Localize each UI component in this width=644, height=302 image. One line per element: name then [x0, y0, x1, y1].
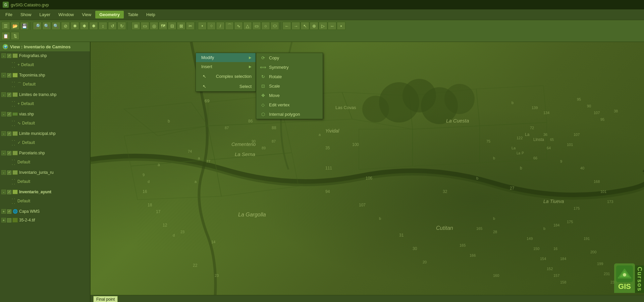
menu-geometry[interactable]: Geometry — [95, 11, 124, 18]
tb-rect[interactable]: ▭ — [141, 22, 149, 30]
layers-panel-header: 🌍 View : Inventario de Caminos — [0, 42, 90, 51]
submenu-scale[interactable]: ⊡ Scale — [256, 81, 323, 91]
expand-toponimia[interactable]: - — [1, 73, 6, 78]
tb-circle[interactable]: ○ — [261, 22, 270, 30]
submenu-edit-vertex[interactable]: ◇ Edit vertex — [256, 100, 323, 109]
modify-submenu: ⟳ Copy ⟺ Symmetry ↻ Rotate ⊡ Scale ✥ Mov… — [256, 53, 323, 119]
tb-multi[interactable]: ⊕ — [310, 22, 318, 30]
tb-select[interactable]: ⊘ — [61, 22, 70, 30]
map-area[interactable]: 69 b 87 86 88 90 89 87 74 a 77 a 9 d a 1… — [91, 42, 644, 302]
tb-curve2[interactable]: ∿ — [234, 22, 243, 30]
expand-wms[interactable]: + — [1, 209, 6, 214]
menu-layer[interactable]: Layer — [35, 11, 54, 18]
expand-junta[interactable]: - — [1, 170, 6, 175]
submenu-symmetry[interactable]: ⟺ Symmetry — [256, 62, 323, 72]
tb-square[interactable]: ▭ — [252, 22, 261, 30]
tb-arrow-right[interactable]: → — [291, 22, 300, 30]
submenu-rotate[interactable]: ↻ Rotate — [256, 72, 323, 81]
expand-ayunt[interactable]: - — [1, 190, 6, 194]
tb-arrow-left[interactable]: ← — [282, 22, 291, 30]
layer-row-fotografias[interactable]: - Fotografias.shp — [0, 52, 90, 59]
menu-select[interactable]: ↖ Select — [196, 81, 256, 91]
tb-map[interactable]: 🗺 — [159, 22, 167, 30]
tb-tool3[interactable]: ✱ — [89, 22, 98, 30]
checkbox-parcelario[interactable] — [7, 151, 11, 155]
tb-curve1[interactable]: ⌒ — [225, 22, 234, 30]
tb-layers2[interactable]: ⇅ — [11, 32, 19, 40]
menu-complex-selection[interactable]: ↖ Complex selection — [196, 71, 256, 81]
tb-zoom-in[interactable]: 🔎 — [33, 22, 42, 30]
tb-move[interactable]: ▷ — [319, 22, 327, 30]
svg-text:b: b — [379, 216, 381, 220]
layer-row-parcelario[interactable]: - Parcelario.shp — [0, 149, 90, 157]
submenu-move[interactable]: ✥ Move — [256, 91, 323, 100]
expand-tif[interactable]: + — [1, 218, 6, 222]
checkbox-junta[interactable] — [7, 170, 11, 175]
layer-row-junta[interactable]: - Inventario_junta_ru — [0, 169, 90, 176]
tb-small-rect[interactable]: ▪ — [337, 22, 345, 30]
expand-municipal[interactable]: - — [1, 131, 6, 136]
tb-flip[interactable]: ↔ — [328, 22, 336, 30]
layer-row-toponimia[interactable]: - Toponimia.shp — [0, 71, 90, 79]
layer-row-ayunt[interactable]: - Inventario_ayunt — [0, 188, 90, 196]
checkbox-limites[interactable] — [7, 93, 11, 97]
menu-file[interactable]: File — [1, 11, 16, 18]
layer-row-wms[interactable]: + 🌐 Capa WMS — [0, 208, 90, 215]
svg-text:149: 149 — [527, 237, 533, 241]
tb-ellipse[interactable]: ⬭ — [270, 22, 279, 30]
svg-text:90: 90 — [587, 104, 591, 108]
layer-row-vias[interactable]: - vias.shp — [0, 110, 90, 118]
expand-vias[interactable]: - — [1, 112, 6, 116]
menu-show[interactable]: Show — [16, 11, 36, 18]
tb-dots[interactable]: ⁘ — [207, 22, 216, 30]
checkbox-tif[interactable] — [7, 218, 11, 222]
tb-layers[interactable]: ⊟ — [168, 22, 176, 30]
checkbox-fotografias[interactable] — [7, 54, 11, 58]
tb-clipboard[interactable]: 📋 — [1, 32, 10, 40]
menu-window[interactable]: Window — [54, 11, 78, 18]
layer-row-tif[interactable]: + 35-2-4.tif — [0, 216, 90, 224]
tb-tool1[interactable]: ✱ — [70, 22, 79, 30]
menu-view[interactable]: View — [78, 11, 95, 18]
tb-dot[interactable]: • — [198, 22, 207, 30]
tb-refresh[interactable]: ↕ — [99, 22, 107, 30]
menu-table[interactable]: Table — [124, 11, 142, 18]
tb-line[interactable]: / — [216, 22, 225, 30]
layer-icon-tif — [12, 218, 18, 222]
checkbox-wms[interactable] — [7, 209, 11, 214]
sublayer-fotografias-default: · · · · + Default — [0, 59, 90, 70]
submenu-internal-polygon[interactable]: ⬡ Internal polygon — [256, 109, 323, 119]
menu-modify[interactable]: Modify ▶ — [196, 53, 256, 62]
tb-texture[interactable]: ⊠ — [177, 22, 185, 30]
checkbox-ayunt[interactable] — [7, 190, 11, 194]
expand-fotografias[interactable]: - — [1, 53, 6, 58]
menu-insert[interactable]: Insert ▶ — [196, 62, 256, 71]
tb-open[interactable]: 📂 — [11, 22, 19, 30]
layer-row-limites[interactable]: - Limites de tramo.shp — [0, 91, 90, 98]
tb-polygon[interactable]: △ — [243, 22, 252, 30]
checkbox-vias[interactable] — [7, 112, 11, 116]
tb-save[interactable]: 💾 — [20, 22, 29, 30]
layer-row-municipal[interactable]: - Limite municipal.shp — [0, 130, 90, 137]
tb-new[interactable]: ☰ — [1, 22, 10, 30]
checkbox-toponimia[interactable] — [7, 73, 11, 78]
svg-text:38: 38 — [614, 109, 618, 113]
tb-grid[interactable]: ⊞ — [131, 22, 140, 30]
tb-zoom-full[interactable]: 🔍 — [52, 22, 60, 30]
svg-text:La: La — [512, 146, 516, 150]
checkbox-municipal[interactable] — [7, 132, 11, 136]
tb-target[interactable]: ◎ — [150, 22, 158, 30]
menu-help[interactable]: Help — [142, 11, 159, 18]
tb-tool2[interactable]: ✱ — [80, 22, 89, 30]
tb-wrench[interactable]: ✂ — [186, 22, 195, 30]
svg-text:72: 72 — [530, 126, 534, 130]
svg-text:107: 107 — [594, 111, 600, 115]
expand-parcelario[interactable]: - — [1, 151, 6, 155]
tb-undo[interactable]: ↺ — [108, 22, 117, 30]
layer-group-junta: - Inventario_junta_ru · · · · Default — [0, 168, 90, 188]
submenu-copy[interactable]: ⟳ Copy — [256, 53, 323, 62]
tb-zoom-out[interactable]: 🔍 — [42, 22, 51, 30]
tb-redo[interactable]: ↻ — [117, 22, 126, 30]
tb-select2[interactable]: ↖ — [301, 22, 309, 30]
expand-limites[interactable]: - — [1, 92, 6, 97]
